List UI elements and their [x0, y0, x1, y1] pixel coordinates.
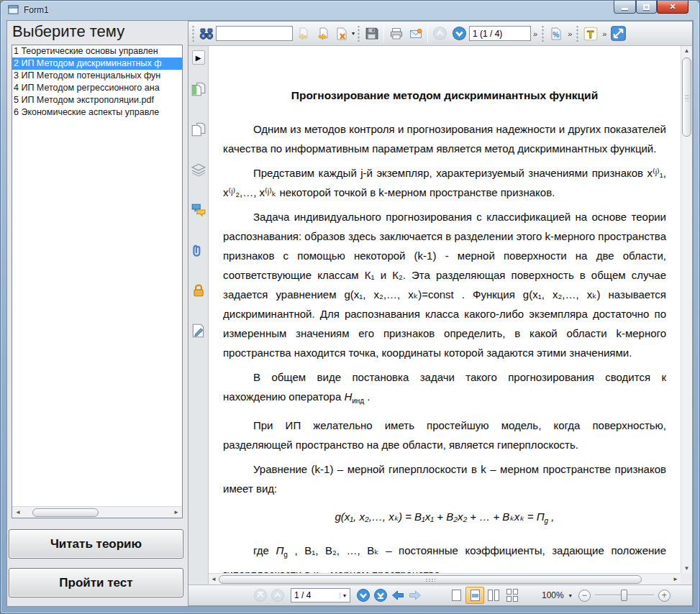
document-title: Прогнозирование методом дискриминантных … [223, 89, 666, 102]
doc-paragraph: В общем виде постановка задачи такого пр… [223, 367, 666, 411]
listbox-hscrollbar[interactable]: ◄ ► [12, 506, 182, 518]
security-panel-button[interactable] [190, 282, 207, 299]
page-combo-input[interactable] [291, 589, 339, 602]
text-select-tool-button[interactable]: T [581, 24, 600, 43]
doc-formula: g(x₁, x₂,…, xₖ) = B₁x₁ + B₂x₂ + … + Bₖxₖ… [223, 507, 666, 531]
close-button[interactable]: ✕ [657, 1, 688, 14]
comments-panel-button[interactable] [190, 201, 207, 219]
thumbnails-panel-button[interactable] [190, 121, 207, 138]
minimize-button[interactable] [614, 1, 636, 14]
maximize-button[interactable] [636, 1, 657, 14]
zoom-slider[interactable] [595, 589, 654, 602]
page-combo-dropdown-icon[interactable]: ▾ [340, 592, 349, 599]
close-document-dropdown-icon[interactable]: ▾ [352, 30, 355, 37]
save-button[interactable] [362, 24, 381, 43]
document-vscrollbar[interactable]: ▲ ▼ [681, 46, 692, 573]
close-document-button[interactable] [332, 24, 351, 43]
topic-item-4[interactable]: 4 ИП Методом регрессионного ана [12, 82, 182, 94]
read-theory-button[interactable]: Читать теорию [9, 529, 183, 559]
page-number-field[interactable] [469, 26, 531, 41]
grid-pages-icon [506, 589, 518, 602]
continuous-facing-layout-button[interactable] [503, 587, 522, 604]
doc-text: . [364, 390, 370, 403]
single-page-layout-button[interactable] [447, 587, 465, 604]
scroll-right-icon[interactable]: ► [171, 509, 182, 516]
window-title: Form1 [24, 5, 49, 15]
pages-panel-button[interactable] [190, 81, 207, 98]
topic-item-6[interactable]: 6 Экономические аспекты управле [12, 106, 182, 119]
document-hscrollbar[interactable]: ◄ ► [209, 573, 681, 585]
zoom-dropdown-icon[interactable]: ▾ [569, 592, 572, 599]
listbox-hscroll-thumb[interactable] [32, 508, 99, 517]
find-previous-button[interactable] [293, 24, 312, 43]
svg-text:T: T [587, 28, 594, 40]
zoom-level-button[interactable]: % [546, 24, 565, 43]
zoom-in-button[interactable]: + [658, 590, 671, 602]
scroll-down-icon[interactable]: ▼ [681, 565, 692, 572]
take-test-button[interactable]: Пройти тест [9, 568, 183, 597]
pdf-page[interactable]: Прогнозирование методом дискриминантных … [209, 46, 681, 573]
toolbar-grip[interactable] [541, 26, 545, 42]
last-page-button[interactable] [372, 587, 389, 604]
operator-subscript: инд [352, 397, 364, 405]
zoom-out-button[interactable]: − [578, 590, 591, 602]
topic-item-5[interactable]: 5 ИП Методом экстрополяции.pdf [12, 94, 182, 106]
document-area[interactable]: Прогнозирование методом дискриминантных … [209, 46, 692, 585]
titlebar[interactable]: Form1 ✕ [1, 1, 699, 20]
find-next-button[interactable] [312, 24, 332, 43]
overflow-chevron-icon[interactable]: » [568, 29, 572, 38]
overflow-chevron-icon[interactable]: » [533, 29, 537, 38]
attachment-icon [191, 242, 206, 258]
topic-item-3[interactable]: 3 ИП Методом потенциальных фун [12, 70, 182, 82]
edit-panel-button[interactable] [190, 322, 207, 339]
first-page-button[interactable] [252, 587, 269, 604]
expand-panel-button[interactable]: ▶ [192, 50, 205, 65]
scroll-right-icon[interactable]: ► [671, 576, 681, 582]
layers-panel-button[interactable] [190, 161, 207, 178]
fit-window-button[interactable] [609, 24, 628, 43]
next-page-button[interactable] [450, 24, 469, 43]
client-area: Выберите тему 1 Теоретические основы упр… [6, 20, 694, 607]
toolbar-grip[interactable] [576, 26, 579, 42]
thumb-grip [425, 578, 435, 582]
topic-listbox[interactable]: 1 Теоретические основы управлен 2 ИП Мет… [12, 45, 183, 518]
close-document-icon [335, 27, 349, 41]
continuous-layout-button[interactable] [465, 587, 484, 604]
email-button[interactable] [406, 24, 425, 43]
doc-text: В общем виде постановка задачи такого пр… [223, 371, 666, 403]
previous-view-button[interactable] [389, 587, 406, 604]
comments-icon [191, 202, 206, 218]
thumb-grip [684, 94, 689, 101]
topic-item-2-selected[interactable]: 2 ИП Методом дискриминантных ф [12, 58, 182, 70]
zoom-slider-thumb[interactable] [621, 590, 627, 601]
zoom-level-label: 100% [542, 590, 564, 600]
overflow-chevron-icon[interactable]: » [602, 29, 606, 38]
vscroll-thumb[interactable] [682, 58, 691, 137]
toolbar-grip[interactable] [357, 26, 360, 42]
formula-pi: П [276, 544, 283, 556]
topic-item-1[interactable]: 1 Теоретические основы управлен [12, 45, 182, 58]
fit-window-icon [610, 25, 627, 42]
lock-icon [191, 283, 206, 298]
toolbar-grip[interactable] [191, 26, 195, 42]
scroll-left-icon[interactable]: ◄ [12, 509, 24, 516]
operator-symbol: Н [344, 390, 352, 403]
previous-page-button-bottom[interactable] [269, 587, 286, 604]
page-combo[interactable]: ▾ [291, 588, 350, 602]
find-button[interactable] [196, 24, 216, 43]
facing-layout-button[interactable] [484, 587, 503, 604]
close-icon: ✕ [669, 3, 676, 11]
minimize-icon [622, 8, 628, 10]
next-page-button-bottom[interactable] [355, 587, 372, 604]
previous-page-button[interactable] [430, 24, 450, 43]
doc-paragraph: Одним из методов контроля и прогнозирова… [223, 119, 666, 158]
arrow-up-circle-icon [432, 26, 447, 41]
attachments-panel-button[interactable] [190, 242, 207, 259]
print-button[interactable] [386, 24, 406, 43]
first-page-icon [253, 588, 268, 602]
next-view-button[interactable] [406, 587, 424, 604]
hscroll-thumb[interactable] [219, 575, 642, 584]
scroll-up-icon[interactable]: ▲ [681, 47, 692, 54]
scroll-left-icon[interactable]: ◄ [209, 576, 219, 582]
search-input[interactable] [216, 26, 293, 41]
